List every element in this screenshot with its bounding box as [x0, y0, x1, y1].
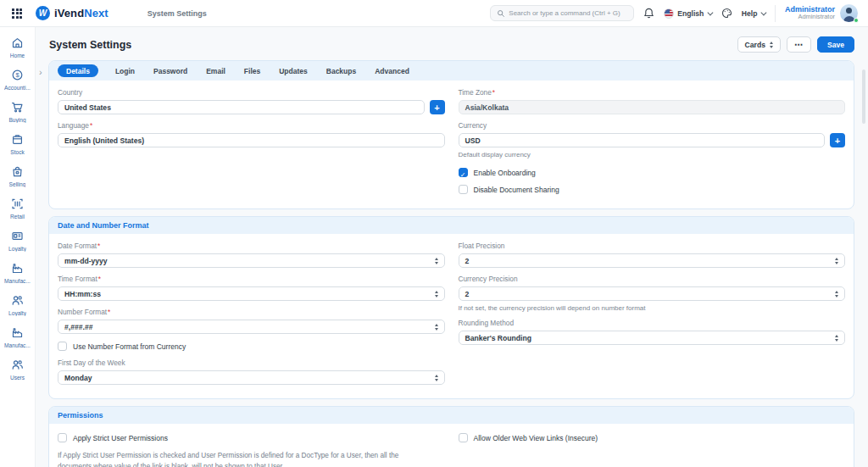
date-format-label: Date Format [58, 242, 97, 250]
checkbox-use-number-format-from-currency[interactable]: Use Number Format from Currency [58, 342, 445, 351]
currency-help-text: Default display currency [459, 151, 846, 158]
country-label: Country [58, 88, 82, 97]
language-value: English (United States) [64, 136, 144, 145]
select-caret-icon [435, 324, 438, 331]
notifications-bell-icon[interactable] [643, 8, 654, 19]
sidebar-item-label: Manufac... [4, 278, 31, 284]
language-selector[interactable]: English [664, 8, 712, 19]
tab-backups[interactable]: Backups [325, 65, 358, 77]
number-format-select[interactable]: #,###.## [58, 320, 445, 334]
select-caret-icon [435, 258, 438, 264]
checkbox-apply-strict-user-permissions[interactable]: Apply Strict User Permissions [58, 433, 445, 442]
time-format-value: HH:mm:ss [64, 290, 101, 298]
currency-precision-select[interactable]: 2 [459, 286, 846, 301]
top-navbar: W iVendNext System Settings English Help [0, 0, 868, 27]
add-country-button[interactable] [430, 100, 445, 114]
tab-login[interactable]: Login [114, 65, 136, 77]
tab-details[interactable]: Details [58, 64, 98, 77]
sidebar-item-manufacturing[interactable]: Manufac... [0, 262, 36, 284]
sidebar-item-stock[interactable]: Stock [0, 133, 36, 155]
permissions-right-column: Allow Older Web View Links (Insecure) [459, 431, 846, 467]
scrollbar-thumb[interactable] [862, 69, 865, 124]
details-card: Details Login Password Email Files Updat… [48, 60, 854, 209]
rounding-method-value: Banker's Rounding [465, 334, 531, 342]
sidebar-item-accounting[interactable]: $ Accounti... [0, 69, 36, 91]
currency-value: USD [465, 136, 481, 145]
country-input[interactable]: United States [58, 100, 425, 114]
help-menu[interactable]: Help [742, 9, 765, 18]
avatar[interactable] [840, 4, 858, 22]
checkbox-allow-older-web-view-links[interactable]: Allow Older Web View Links (Insecure) [459, 433, 846, 442]
time-zone-input: Asia/Kolkata [459, 100, 846, 114]
rounding-method-select[interactable]: Banker's Rounding [459, 331, 846, 345]
time-format-select[interactable]: HH:mm:ss [58, 286, 445, 301]
page-actions: Cards Save [737, 36, 854, 53]
checkbox-checked-icon [459, 168, 468, 177]
tab-password[interactable]: Password [152, 65, 189, 77]
time-zone-label: Time Zone [459, 88, 492, 97]
add-currency-button[interactable] [830, 133, 845, 147]
search-icon [497, 9, 505, 18]
manufacturing-icon [11, 326, 24, 339]
dnf-left-column: Date Format* mm-dd-yyyy Time Format* HH:… [58, 242, 445, 392]
required-asterisk: * [97, 242, 100, 250]
tab-files[interactable]: Files [242, 65, 262, 77]
date-number-format-card: Date and Number Format Date Format* mm-d… [48, 216, 854, 399]
brand-name-secondary: Next [84, 7, 108, 19]
chevron-down-icon [761, 10, 766, 15]
save-button[interactable]: Save [817, 36, 854, 53]
select-caret-icon [835, 335, 838, 342]
apps-grid-icon[interactable] [12, 8, 22, 19]
float-precision-select[interactable]: 2 [459, 253, 846, 268]
number-format-value: #,###.## [64, 323, 92, 331]
breadcrumb[interactable]: System Settings [147, 9, 207, 18]
checkbox-unchecked-icon [459, 185, 468, 194]
theme-palette-icon[interactable] [721, 8, 732, 19]
sidebar-item-label: Selling [9, 181, 26, 187]
first-day-of-week-select[interactable]: Monday [58, 370, 445, 385]
search-input[interactable] [509, 9, 627, 17]
field-time-zone: Time Zone* Asia/Kolkata [459, 88, 846, 114]
sidebar-item-buying[interactable]: Buying [0, 101, 36, 123]
currency-input[interactable]: USD [459, 133, 826, 147]
first-day-of-week-label: First Day of the Week [58, 359, 125, 367]
user-menu[interactable]: Administrator Administrator [785, 4, 858, 22]
avatar-head [846, 8, 852, 14]
select-caret-icon [435, 291, 438, 297]
sidebar-item-manufacturing-2[interactable]: Manufac... [0, 326, 36, 348]
brand-mark-icon: W [36, 6, 50, 20]
select-caret-icon [835, 258, 838, 264]
save-button-label: Save [827, 41, 844, 49]
sidebar-item-loyalty[interactable]: Loyalty [0, 230, 36, 252]
checkbox-disable-document-sharing[interactable]: Disable Document Sharing [459, 185, 846, 194]
global-search[interactable] [490, 5, 634, 21]
check-icon [460, 165, 466, 181]
sidebar-item-selling[interactable]: Selling [0, 165, 36, 187]
sidebar-item-retail[interactable]: Retail [0, 197, 36, 220]
sidebar-item-label: Retail [10, 214, 25, 220]
cards-view-button[interactable]: Cards [737, 36, 781, 53]
plus-icon [835, 134, 840, 147]
tab-updates[interactable]: Updates [277, 65, 309, 77]
currency-precision-help-text: If not set, the currency precision will … [459, 304, 846, 312]
us-flag-icon [664, 8, 674, 19]
checkbox-enable-onboarding[interactable]: Enable Onboarding [459, 168, 846, 177]
time-zone-value: Asia/Kolkata [465, 103, 509, 112]
home-icon [11, 36, 24, 49]
collapse-sidebar-toggle[interactable] [39, 64, 42, 79]
currency-label: Currency [459, 121, 487, 130]
more-options-button[interactable] [787, 36, 811, 53]
buying-icon [11, 101, 24, 114]
tab-advanced[interactable]: Advanced [373, 65, 411, 77]
tab-email[interactable]: Email [204, 65, 227, 77]
sidebar-item-home[interactable]: Home [0, 36, 36, 58]
sidebar-item-label: Accounti... [4, 85, 31, 91]
sidebar-item-loyalty-2[interactable]: Loyalty [0, 294, 36, 316]
date-format-select[interactable]: mm-dd-yyyy [58, 253, 445, 268]
language-input[interactable]: English (United States) [58, 133, 445, 147]
field-number-format: Number Format* #,###.## [58, 308, 445, 334]
app-logo[interactable]: W iVendNext [36, 6, 108, 20]
sidebar-item-users[interactable]: Users [0, 359, 36, 381]
permissions-card: Permissions Apply Strict User Permission… [48, 406, 854, 467]
page-header: System Settings Cards Save [36, 27, 868, 60]
